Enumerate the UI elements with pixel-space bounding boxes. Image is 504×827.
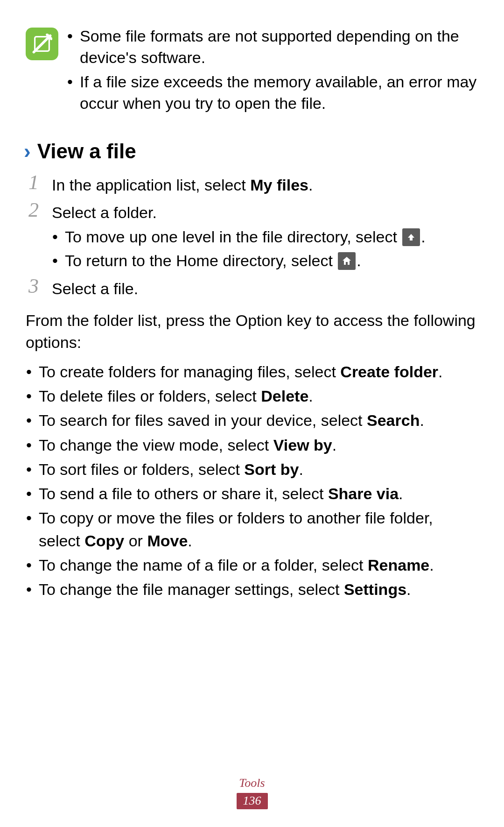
step-text: Select a folder. [52, 202, 478, 224]
option-item: •To sort files or folders, select Sort b… [26, 458, 478, 481]
home-icon [338, 252, 356, 270]
option-item: •To create folders for managing files, s… [26, 360, 478, 383]
step-sub-text: To move up one level in the file directo… [65, 226, 426, 248]
step: 2 Select a folder. • To move up one leve… [26, 199, 478, 272]
step-body: In the application list, select My files… [52, 171, 478, 197]
option-item: •To change the file manager settings, se… [26, 578, 478, 601]
option-item: •To delete files or folders, select Dele… [26, 385, 478, 407]
bullet-icon: • [26, 554, 32, 576]
bullet-icon: • [26, 578, 32, 601]
step-text: Select a file. [52, 280, 138, 297]
step-text: . [308, 176, 313, 194]
step-sub-text: To return to the Home directory, select … [65, 250, 361, 272]
option-text: To create folders for managing files, se… [39, 360, 443, 383]
bullet-icon: • [67, 71, 73, 114]
step-bold: My files [250, 176, 308, 194]
step: 3 Select a file. [26, 275, 478, 300]
steps-list: 1 In the application list, select My fil… [26, 171, 478, 300]
note-item: • Some file formats are not supported de… [67, 26, 478, 69]
bullet-icon: • [26, 434, 32, 456]
option-text: To change the view mode, select View by. [39, 434, 336, 456]
bullet-icon: • [67, 26, 73, 69]
option-item: •To change the name of a file or a folde… [26, 554, 478, 576]
option-text: To sort files or folders, select Sort by… [39, 458, 303, 481]
bullet-icon: • [52, 250, 58, 272]
note-block: • Some file formats are not supported de… [26, 26, 478, 117]
option-item: •To search for files saved in your devic… [26, 409, 478, 431]
section-title: View a file [37, 140, 136, 163]
page-footer: Tools 136 [0, 776, 504, 809]
note-list: • Some file formats are not supported de… [67, 26, 478, 117]
option-text: To change the file manager settings, sel… [39, 578, 411, 601]
option-item: •To copy or move the files or folders to… [26, 507, 478, 552]
option-text: To delete files or folders, select Delet… [39, 385, 313, 407]
step-sub-item: • To move up one level in the file direc… [52, 226, 478, 248]
chevron-icon: › [24, 141, 31, 162]
option-text: To change the name of a file or a folder… [39, 554, 434, 576]
bullet-icon: • [26, 482, 32, 505]
bullet-icon: • [26, 458, 32, 481]
bullet-icon: • [52, 226, 58, 248]
note-icon [26, 28, 58, 60]
bullet-icon: • [26, 360, 32, 383]
options-list: •To create folders for managing files, s… [26, 360, 478, 601]
note-item: • If a file size exceeds the memory avai… [67, 71, 478, 114]
option-item: •To change the view mode, select View by… [26, 434, 478, 456]
option-item: •To send a file to others or share it, s… [26, 482, 478, 505]
step-sub-item: • To return to the Home directory, selec… [52, 250, 478, 272]
bullet-icon: • [26, 385, 32, 407]
option-text: To search for files saved in your device… [39, 409, 424, 431]
step-number: 2 [26, 199, 42, 221]
step-body: Select a file. [52, 275, 478, 300]
note-text: Some file formats are not supported depe… [80, 26, 478, 69]
section-heading: › View a file [24, 140, 478, 163]
step-text: In the application list, select [52, 176, 250, 194]
option-text: To send a file to others or share it, se… [39, 482, 403, 505]
note-text: If a file size exceeds the memory availa… [80, 71, 478, 114]
page: • Some file formats are not supported de… [0, 0, 504, 827]
chapter-label: Tools [0, 776, 504, 790]
options-intro: From the folder list, press the Option k… [26, 310, 478, 354]
up-level-icon [402, 228, 420, 246]
bullet-icon: • [26, 409, 32, 431]
page-number: 136 [237, 793, 268, 809]
step-number: 3 [26, 275, 42, 297]
step: 1 In the application list, select My fil… [26, 171, 478, 197]
bullet-icon: • [26, 507, 32, 552]
step-body: Select a folder. • To move up one level … [52, 199, 478, 272]
step-number: 1 [26, 171, 42, 194]
option-text: To copy or move the files or folders to … [39, 507, 478, 552]
